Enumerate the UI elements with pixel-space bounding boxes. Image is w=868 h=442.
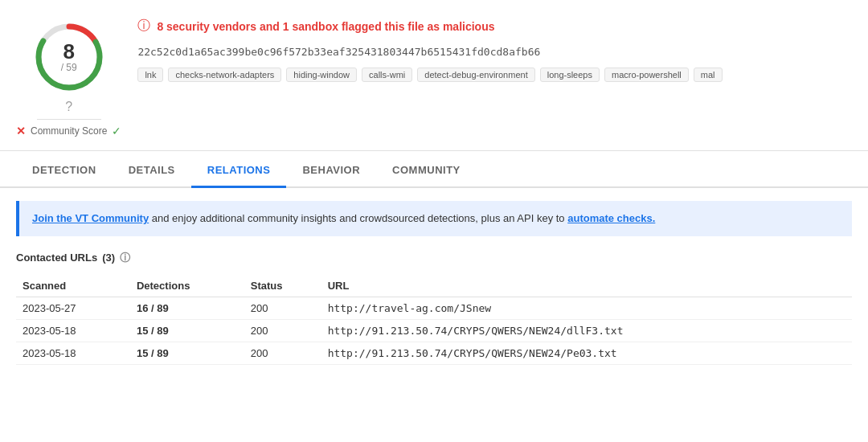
cell-scanned: 2023-05-18 — [16, 342, 130, 364]
tab-detection[interactable]: DETECTION — [16, 154, 113, 188]
tag-item[interactable]: hiding-window — [286, 68, 357, 82]
tag-item[interactable]: detect-debug-environment — [417, 68, 534, 82]
urls-table: Scanned Detections Status URL 2023-05-27… — [16, 275, 852, 365]
alert-icon: ⓘ — [137, 18, 150, 35]
tabs-bar: DETECTION DETAILS RELATIONS BEHAVIOR COM… — [0, 154, 868, 188]
automate-link[interactable]: automate checks. — [567, 212, 655, 224]
community-score-label: Community Score — [31, 125, 107, 137]
join-vt-link[interactable]: Join the VT Community — [32, 212, 149, 224]
info-area: ⓘ 8 security vendors and 1 sandbox flagg… — [137, 13, 852, 137]
tag-item[interactable]: checks-network-adapters — [168, 68, 281, 82]
cell-scanned: 2023-05-18 — [16, 319, 130, 342]
score-text: 8 / 59 — [61, 41, 77, 73]
table-row: 2023-05-18 15 / 89 200 http://91.213.50.… — [16, 342, 852, 364]
tags-row: lnkchecks-network-adaptershiding-windowc… — [137, 68, 852, 82]
cell-status: 200 — [244, 297, 321, 319]
table-row: 2023-05-18 15 / 89 200 http://91.213.50.… — [16, 319, 852, 342]
tab-relations[interactable]: RELATIONS — [191, 154, 287, 188]
score-area: 8 / 59 ? ✕ Community Score ✓ — [16, 13, 121, 137]
tag-item[interactable]: mal — [694, 68, 723, 82]
community-score-row: ✕ Community Score ✓ — [16, 125, 121, 137]
table-row: 2023-05-27 16 / 89 200 http://travel-ag.… — [16, 297, 852, 319]
tab-details[interactable]: DETAILS — [113, 154, 191, 188]
tag-item[interactable]: macro-powershell — [604, 68, 689, 82]
cell-detections[interactable]: 15 / 89 — [130, 319, 244, 342]
score-circle: 8 / 59 — [33, 21, 105, 93]
join-banner-middle: and enjoy additional community insights … — [152, 212, 567, 224]
community-score-x[interactable]: ✕ — [16, 125, 26, 137]
community-score-check[interactable]: ✓ — [112, 125, 121, 137]
tab-community[interactable]: COMMUNITY — [376, 154, 477, 188]
cell-url[interactable]: http://91.213.50.74/CRYPS/QWERS/NEW24/dl… — [321, 319, 852, 342]
main-content: Join the VT Community and enjoy addition… — [0, 188, 868, 378]
tag-item[interactable]: lnk — [137, 68, 163, 82]
score-number: 8 — [61, 41, 77, 62]
cell-detections[interactable]: 16 / 89 — [130, 297, 244, 319]
urls-title: Contacted URLs — [16, 252, 97, 264]
col-url: URL — [321, 275, 852, 297]
section-title-urls: Contacted URLs (3) ⓘ — [16, 251, 852, 265]
file-hash: 22c52c0d1a65ac399be0c96f572b33eaf3254318… — [137, 46, 852, 58]
cell-url[interactable]: http://91.213.50.74/CRYPS/QWERS/NEW24/Pe… — [321, 342, 852, 364]
table-header-row: Scanned Detections Status URL — [16, 275, 852, 297]
tag-item[interactable]: calls-wmi — [362, 68, 412, 82]
tag-item[interactable]: long-sleeps — [540, 68, 600, 82]
top-section: 8 / 59 ? ✕ Community Score ✓ ⓘ 8 securit… — [0, 0, 868, 151]
alert-banner: ⓘ 8 security vendors and 1 sandbox flagg… — [137, 18, 852, 35]
col-scanned: Scanned — [16, 275, 130, 297]
cell-scanned: 2023-05-27 — [16, 297, 130, 319]
cell-detections[interactable]: 15 / 89 — [130, 342, 244, 364]
score-divider — [37, 119, 101, 120]
join-banner: Join the VT Community and enjoy addition… — [16, 201, 852, 236]
score-hint: ? — [65, 100, 72, 114]
urls-info-icon[interactable]: ⓘ — [120, 251, 130, 265]
question-icon: ? — [65, 100, 72, 114]
urls-count: (3) — [102, 252, 115, 264]
score-total: / 59 — [61, 62, 77, 73]
col-detections: Detections — [130, 275, 244, 297]
cell-status: 200 — [244, 319, 321, 342]
alert-text: 8 security vendors and 1 sandbox flagged… — [157, 20, 494, 33]
cell-status: 200 — [244, 342, 321, 364]
cell-url[interactable]: http://travel-ag.com/JSnew — [321, 297, 852, 319]
col-status: Status — [244, 275, 321, 297]
tab-behavior[interactable]: BEHAVIOR — [286, 154, 376, 188]
